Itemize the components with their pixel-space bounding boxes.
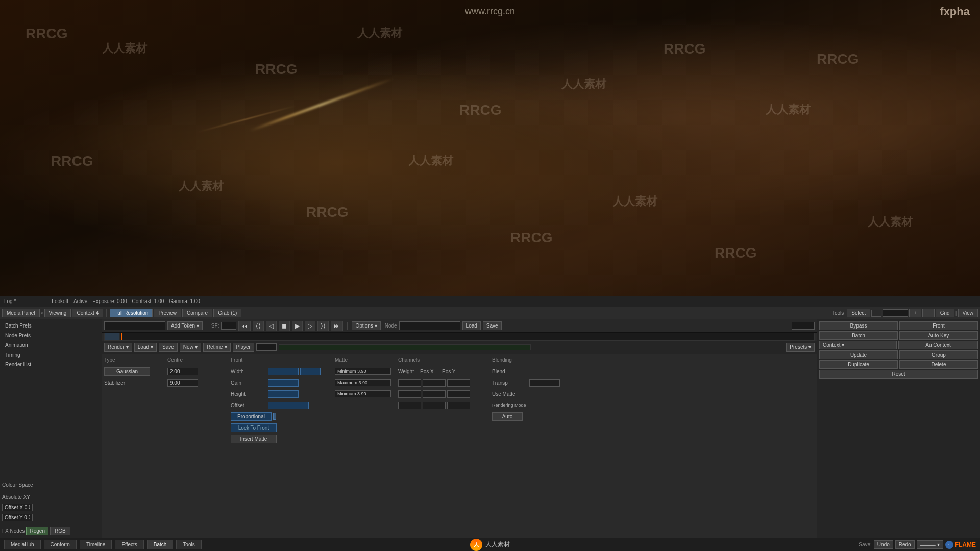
tab-mediahub[interactable]: MediaHub — [4, 540, 41, 549]
xy-a-field[interactable] — [167, 368, 198, 375]
view-btn[interactable]: View — [958, 309, 978, 317]
posx-3-field[interactable]: 0.00 — [423, 402, 446, 409]
insert-matte-btn[interactable]: Insert Matte — [231, 435, 277, 443]
sidebar-node-prefs[interactable]: Node Prefs — [2, 331, 100, 340]
tab-conform[interactable]: Conform — [44, 540, 77, 549]
gain-value-field[interactable]: 100 — [268, 379, 299, 387]
offset-y-field[interactable] — [2, 514, 33, 521]
group-btn[interactable]: Group — [899, 350, 978, 359]
min-field[interactable] — [335, 368, 391, 375]
posx-2-field[interactable]: 0.00 — [423, 390, 446, 398]
batch-btn[interactable]: Batch — [819, 331, 898, 340]
context4-btn[interactable]: Context 4 — [72, 309, 103, 317]
height-value-field[interactable]: 3.90 — [268, 390, 299, 398]
player-btn[interactable]: Player — [233, 343, 254, 352]
brand-logo: fxpha — [940, 5, 970, 18]
posy-2-field[interactable]: 0.00 — [447, 390, 470, 398]
tools-label: Tools — [832, 310, 844, 316]
au-context-btn[interactable]: Au Context — [898, 341, 978, 349]
offset-value-field[interactable]: 0.000 — [268, 402, 309, 409]
load-btn[interactable]: Load — [462, 321, 481, 330]
resolution-field[interactable]: 3515 — [883, 309, 908, 317]
media-panel-btn[interactable]: Media Panel — [2, 309, 40, 317]
auto-btn[interactable]: Auto — [492, 412, 523, 421]
sidebar-batch-prefs[interactable]: Batch Prefs — [2, 321, 100, 330]
weight-3-field[interactable]: 1.00 — [398, 402, 421, 409]
zoom-in-btn[interactable]: + — [909, 309, 921, 317]
select-btn[interactable]: Select — [847, 309, 870, 317]
workspace-btn[interactable]: ▬▬▬▾ — [917, 540, 943, 549]
viewing-btn[interactable]: Viewing — [44, 309, 71, 317]
exposure-label: Exposure: 0.00 — [92, 298, 127, 304]
update-btn[interactable]: Update — [819, 350, 898, 359]
stop-btn[interactable]: ◼ — [279, 321, 290, 331]
node-name-field[interactable]: class_03_005 — [104, 321, 165, 330]
undo-btn[interactable]: Undo — [874, 540, 893, 549]
zoom-out-btn[interactable]: − — [922, 309, 935, 317]
posy-1-field[interactable]: 0.00 — [447, 379, 470, 387]
tab-effects[interactable]: Effects — [115, 540, 143, 549]
frame-value-field[interactable]: 190 — [792, 322, 815, 330]
front-btn[interactable]: Front — [899, 321, 978, 330]
tab-tools[interactable]: Tools — [176, 540, 201, 549]
timeline-area[interactable] — [104, 333, 815, 341]
save-btn[interactable]: Save — [483, 321, 502, 330]
weight-2-field[interactable]: 1.00 — [398, 390, 421, 398]
sf-value-field[interactable]: 1 — [221, 322, 236, 330]
compare-btn[interactable]: Compare — [182, 309, 212, 317]
flame-icon: 人 — [470, 539, 482, 551]
regen-btn[interactable]: Regen — [26, 527, 48, 535]
posx-label: Pos X — [420, 369, 440, 374]
width-value-field[interactable]: 3.90 — [268, 368, 299, 375]
go-start-btn[interactable]: ⏮ — [238, 321, 251, 331]
lock-to-front-btn[interactable]: Lock To Front — [231, 423, 277, 432]
context-btn[interactable]: Context▾ — [819, 341, 897, 349]
new-btn[interactable]: New▾ — [180, 343, 201, 352]
delete-btn[interactable]: Delete — [899, 360, 978, 369]
frame-num-field[interactable]: 17 — [256, 343, 277, 351]
posx-1-field[interactable]: 0.00 — [423, 379, 446, 387]
transp-value-field[interactable]: 0.0% — [529, 379, 560, 387]
retime-btn[interactable]: Retime▾ — [203, 343, 231, 352]
play-btn[interactable]: ▶ — [292, 321, 303, 331]
add-token-btn[interactable]: Add Token ▾ — [167, 321, 203, 330]
next-key-btn[interactable]: ⟩⟩ — [317, 321, 329, 331]
tab-batch[interactable]: Batch — [147, 540, 174, 549]
gaussian-btn[interactable]: Gaussian — [104, 367, 150, 376]
height-label: Height — [231, 391, 266, 397]
full-resolution-btn[interactable]: Full Resolution — [110, 309, 153, 317]
max-field[interactable] — [335, 379, 391, 386]
prev-key-btn[interactable]: ⟨⟨ — [253, 321, 264, 331]
back-btn[interactable]: ◁ — [266, 321, 277, 331]
forward-btn[interactable]: ▷ — [305, 321, 315, 331]
front-section: Front Width 3.90 100 Gain 100 Height 3.9… — [231, 356, 333, 536]
load-btn2[interactable]: Load▾ — [134, 343, 157, 352]
preview-btn[interactable]: Preview — [154, 309, 181, 317]
sidebar-render-list[interactable]: Render List — [2, 360, 100, 369]
render-btn[interactable]: Render▾ — [104, 343, 132, 352]
grid-btn[interactable]: Grid — [936, 309, 954, 317]
min2-field[interactable] — [335, 390, 391, 397]
proportional-btn[interactable]: Proportional — [231, 412, 272, 421]
redo-btn[interactable]: Redo — [895, 540, 915, 549]
node-name-right-field[interactable]: blur119 — [399, 321, 460, 330]
offset-x-field[interactable] — [2, 504, 33, 511]
go-end-btn[interactable]: ⏭ — [331, 321, 343, 331]
save-btn2[interactable]: Save — [159, 343, 178, 352]
rgb-btn[interactable]: RGB — [50, 527, 70, 535]
auto-key-btn[interactable]: Auto Key — [899, 331, 978, 340]
grab-btn[interactable]: Grab (1) — [213, 309, 241, 317]
weight-1-field[interactable]: 1.00 — [398, 379, 421, 387]
bypass-btn[interactable]: Bypass — [819, 321, 898, 330]
presets-btn[interactable]: Presets ▾ — [786, 343, 815, 352]
tab-timeline[interactable]: Timeline — [80, 540, 112, 549]
options-btn[interactable]: Options ▾ — [352, 321, 380, 330]
posy-3-field[interactable]: 0.00 — [447, 402, 470, 409]
xy-b-field[interactable] — [167, 379, 198, 387]
sidebar-timing[interactable]: Timing — [2, 350, 100, 359]
duplicate-btn[interactable]: Duplicate — [819, 360, 898, 369]
weight-label: Weight — [398, 369, 419, 374]
width-extra-field[interactable]: 100 — [300, 368, 321, 375]
reset-btn[interactable]: Reset — [819, 370, 978, 379]
sidebar-animation[interactable]: Animation — [2, 341, 100, 349]
